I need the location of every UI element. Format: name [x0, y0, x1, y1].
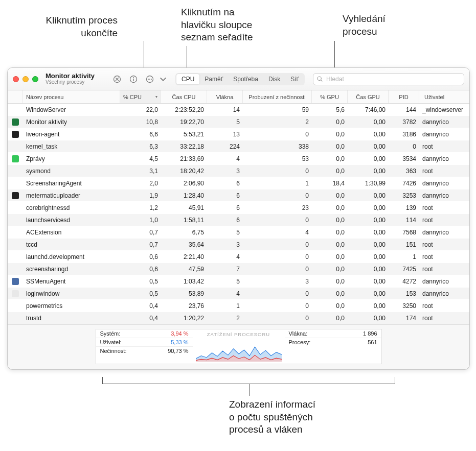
- column-gpu-time[interactable]: Čas GPU: [348, 90, 389, 103]
- cell-gpu-time: 0,00: [348, 217, 389, 224]
- column-icon[interactable]: [8, 90, 23, 103]
- cell-cpu-percent: 0,4: [120, 315, 161, 322]
- cell-gpu-time: 0,00: [348, 229, 389, 236]
- tab-spotřeba[interactable]: Spotřeba: [228, 74, 263, 84]
- cell-process-name: ACExtension: [23, 229, 120, 236]
- cell-cpu-time: 2:06,90: [161, 180, 207, 187]
- search-field-wrap[interactable]: [313, 73, 464, 85]
- cell-idle-wake: 0: [243, 217, 312, 224]
- column-pid[interactable]: PID: [389, 90, 419, 103]
- cell-process-name: Monitor aktivity: [23, 118, 120, 126]
- cell-pid: 3253: [389, 192, 419, 199]
- cell-cpu-time: 33:22,18: [161, 143, 207, 150]
- table-row[interactable]: ScreensharingAgent 2,0 2:06,90 6 1 18,4 …: [8, 177, 469, 189]
- table-row[interactable]: trustd 0,4 1:20,22 2 0 0,0 0,00 174 root: [8, 312, 469, 324]
- cell-process-name: corebrightnessd: [23, 204, 120, 211]
- window-controls: [13, 76, 38, 82]
- svg-rect-5: [133, 78, 133, 81]
- cell-process-name: loginwindow: [23, 290, 120, 297]
- column-cpu-time[interactable]: Čas CPU: [161, 90, 207, 103]
- cell-idle-wake: 0: [243, 168, 312, 175]
- process-table-body[interactable]: WindowServer 22,0 2:23:52,20 14 59 5,6 7…: [8, 104, 469, 324]
- cell-user: _windowserver: [419, 106, 469, 113]
- cell-idle-wake: 2: [243, 118, 312, 126]
- chevron-down-icon[interactable]: [157, 74, 169, 85]
- zoom-window-button[interactable]: [32, 76, 38, 82]
- column-cpu-percent[interactable]: % CPU▾: [120, 90, 161, 103]
- table-row[interactable]: launchd.development 0,6 2:21,40 4 0 0,0 …: [8, 251, 469, 263]
- search-input[interactable]: [325, 75, 461, 83]
- table-row[interactable]: kernel_task 6,3 33:22,18 224 338 0,0 0,0…: [8, 140, 469, 153]
- table-row[interactable]: Zprávy 4,5 21:33,69 4 53 0,0 0,00 3534 d…: [8, 153, 469, 165]
- minimize-window-button[interactable]: [22, 76, 29, 82]
- cell-idle-wake: 0: [243, 266, 312, 273]
- table-row[interactable]: tccd 0,7 35,64 3 0 0,0 0,00 151 root: [8, 239, 469, 251]
- svg-line-11: [321, 80, 323, 82]
- cell-gpu-time: 0,00: [348, 302, 389, 310]
- cell-gpu-percent: 0,0: [312, 118, 348, 126]
- column-threads[interactable]: Vlákna: [207, 90, 243, 103]
- table-row[interactable]: powermetrics 0,4 23,76 1 0 0,0 0,00 3250…: [8, 300, 469, 312]
- tab-disk[interactable]: Disk: [263, 74, 285, 84]
- callout-sort-column: Kliknutím nahlavičku sloupceseznam seřad…: [181, 6, 304, 44]
- cell-gpu-time: 0,00: [348, 253, 389, 260]
- table-row[interactable]: corebrightnessd 1,2 45,91 6 23 0,0 0,00 …: [8, 202, 469, 214]
- table-row[interactable]: screensharingd 0,6 47,59 7 0 0,0 0,00 74…: [8, 263, 469, 275]
- info-button[interactable]: [127, 74, 140, 85]
- cell-gpu-percent: 0,0: [312, 266, 348, 273]
- cell-idle-wake: 338: [243, 143, 312, 150]
- cpu-stats-panel: Systém:3,94 %Uživatel:5,33 %Nečinnost:90…: [96, 329, 193, 364]
- cell-cpu-percent: 1,0: [120, 217, 161, 224]
- cell-cpu-percent: 1,2: [120, 204, 161, 211]
- cell-icon: [8, 155, 23, 162]
- column-user[interactable]: Uživatel: [419, 90, 469, 103]
- table-row[interactable]: WindowServer 22,0 2:23:52,20 14 59 5,6 7…: [8, 104, 469, 116]
- cell-idle-wake: 0: [243, 131, 312, 138]
- cell-cpu-percent: 1,9: [120, 192, 161, 199]
- stat-label: Uživatel:: [100, 339, 122, 345]
- cell-process-name: tccd: [23, 241, 120, 248]
- table-row[interactable]: liveon-agent 6,6 5:53,21 13 0 0,0 0,00 3…: [8, 128, 469, 140]
- column-process-name[interactable]: Název procesu: [23, 90, 120, 103]
- cell-cpu-percent: 6,3: [120, 143, 161, 150]
- cell-threads: 13: [207, 131, 243, 138]
- stop-icon: [113, 75, 121, 83]
- process-icon: [12, 155, 19, 162]
- tab-paměť[interactable]: Paměť: [199, 74, 228, 84]
- svg-point-7: [148, 79, 149, 80]
- more-options-button[interactable]: [144, 74, 156, 85]
- cell-cpu-time: 1:20,22: [161, 315, 207, 322]
- column-gpu-percent[interactable]: % GPU: [312, 90, 348, 103]
- stop-process-button[interactable]: [111, 74, 123, 85]
- cell-pid: 1: [389, 253, 419, 260]
- table-row[interactable]: loginwindow 0,5 53,89 4 0 0,0 0,00 153 d…: [8, 288, 469, 300]
- callout-kill-process: Kliknutím procesukončíte: [20, 14, 118, 39]
- window-title: Monitor aktivity: [46, 73, 107, 80]
- cell-threads: 4: [207, 253, 243, 260]
- cell-threads: 7: [207, 266, 243, 273]
- cell-process-name: screensharingd: [23, 266, 120, 273]
- info-icon: [129, 75, 138, 83]
- table-row[interactable]: sysmond 3,1 18:20,42 3 0 0,0 0,00 363 ro…: [8, 165, 469, 177]
- stat-value: 3,94 %: [171, 330, 188, 337]
- tab-cpu[interactable]: CPU: [176, 74, 199, 84]
- cell-threads: 6: [207, 192, 243, 199]
- cell-gpu-percent: 0,0: [312, 315, 348, 322]
- cell-process-name: kernel_task: [23, 143, 120, 150]
- column-idle-wake[interactable]: Probuzení z nečinnosti: [243, 90, 312, 103]
- cell-gpu-time: 0,00: [348, 315, 389, 322]
- cell-cpu-percent: 6,6: [120, 131, 161, 138]
- cell-icon: [8, 290, 23, 297]
- table-row[interactable]: ACExtension 0,7 6,75 5 4 0,0 0,00 7568 d…: [8, 226, 469, 239]
- table-row[interactable]: launchservicesd 1,0 1:58,11 6 0 0,0 0,00…: [8, 214, 469, 226]
- tab-síť[interactable]: Síť: [285, 74, 304, 84]
- cell-icon: [8, 131, 23, 138]
- chart-title: ZATÍŽENÍ PROCESORU: [196, 331, 282, 338]
- cell-user: root: [419, 143, 469, 150]
- cell-gpu-percent: 0,0: [312, 217, 348, 224]
- close-window-button[interactable]: [13, 76, 19, 82]
- table-row[interactable]: metermaticuploader 1,9 1:28,40 6 0 0,0 0…: [8, 189, 469, 202]
- cell-process-name: SSMenuAgent: [23, 278, 120, 285]
- table-row[interactable]: SSMenuAgent 0,5 1:03,42 5 3 0,0 0,00 427…: [8, 275, 469, 288]
- table-row[interactable]: Monitor aktivity 10,8 19:22,70 5 2 0,0 0…: [8, 116, 469, 128]
